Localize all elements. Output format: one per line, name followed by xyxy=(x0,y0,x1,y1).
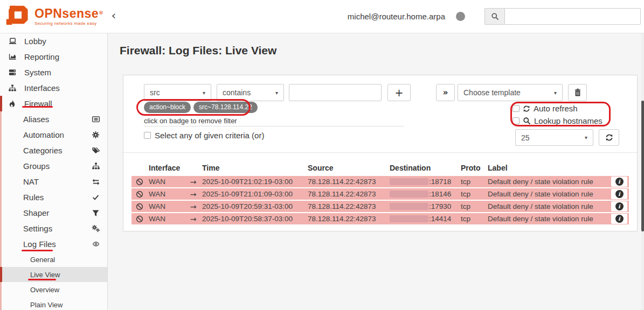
auto-refresh-checkbox[interactable] xyxy=(513,105,520,112)
chevron-down-icon: ▾ xyxy=(203,90,205,96)
sidebar-item-overview[interactable]: Overview xyxy=(0,282,107,297)
cell-label: Default deny / state violation rule xyxy=(487,190,607,198)
sidebar-item-interfaces[interactable]: Interfaces xyxy=(0,80,107,96)
auto-refresh-label: Auto refresh xyxy=(534,104,578,113)
log-row[interactable]: WAN → 2025-10-09T21:02:19-03:00 78.128.1… xyxy=(131,176,629,187)
check-icon xyxy=(92,193,100,201)
search-icon xyxy=(491,12,499,20)
lookup-hostnames-checkbox[interactable] xyxy=(513,117,520,124)
filter-badge-action-block[interactable]: action~block xyxy=(144,102,191,113)
delete-template-button[interactable] xyxy=(568,84,587,101)
cell-source[interactable]: 78.128.114.22:42873 xyxy=(307,215,389,223)
opnsense-logo-icon xyxy=(5,4,30,29)
rule-info-button[interactable]: i xyxy=(611,189,627,199)
cell-proto: tcp xyxy=(460,190,487,198)
filter-divider xyxy=(144,126,404,126)
filter-badge-src-ip[interactable]: src~78.128.114.22 xyxy=(193,102,258,113)
brand-tagline: Securing networks made easy xyxy=(34,22,104,26)
sidebar-item-settings[interactable]: Settings xyxy=(0,221,107,236)
page-size-value: 25 xyxy=(521,133,530,142)
chevron-down-icon: ▾ xyxy=(585,135,587,140)
refresh-button[interactable] xyxy=(599,129,619,146)
cell-source[interactable]: 78.128.114.22:42873 xyxy=(307,202,389,210)
cell-destination[interactable]: :18146 xyxy=(389,190,460,198)
exchange-icon xyxy=(92,178,100,186)
direction-out-icon: → xyxy=(185,202,201,211)
sidebar-item-aliases[interactable]: Aliases xyxy=(0,111,107,127)
cell-destination[interactable]: :18718 xyxy=(389,178,460,186)
cell-source[interactable]: 78.128.114.22:42873 xyxy=(307,178,389,186)
sidebar-item-rules[interactable]: Rules xyxy=(0,189,107,205)
sidebar-item-firewall[interactable]: Firewall xyxy=(0,96,107,111)
sidebar-item-plain-view[interactable]: Plain View xyxy=(0,297,107,310)
template-select-value: Choose template xyxy=(463,88,521,97)
sidebar-item-shaper[interactable]: Shaper xyxy=(0,205,107,221)
user-status-dot[interactable] xyxy=(456,12,465,21)
sidebar-item-label: Rules xyxy=(23,193,44,202)
log-row[interactable]: WAN → 2025-10-09T21:01:09-03:00 78.128.1… xyxy=(131,188,629,200)
scrollbar-thumb[interactable] xyxy=(641,101,644,231)
cell-label: Default deny / state violation rule xyxy=(487,215,607,223)
cell-proto: tcp xyxy=(460,202,487,210)
add-filter-button[interactable]: + xyxy=(387,84,411,101)
sidebar-item-general[interactable]: General xyxy=(0,252,107,267)
sidebar-nav: Lobby Reporting System Interfaces Firewa… xyxy=(0,33,108,310)
block-icon xyxy=(131,191,148,198)
filter-funnel-icon xyxy=(92,209,100,217)
opnsense-logo[interactable]: OPNsense® Securing networks made easy xyxy=(0,4,104,29)
sidebar-item-lobby[interactable]: Lobby xyxy=(0,33,107,49)
cell-destination-port: :18718 xyxy=(429,178,451,186)
col-header-label: Label xyxy=(487,164,607,172)
double-chevron-right-icon: » xyxy=(443,88,448,97)
rule-info-button[interactable]: i xyxy=(611,177,627,187)
filter-field-select[interactable]: src ▾ xyxy=(144,84,211,101)
cell-destination[interactable]: :17930 xyxy=(389,202,460,210)
sidebar-item-groups[interactable]: Groups xyxy=(0,158,107,174)
active-filter-badges: action~block src~78.128.114.22 xyxy=(144,102,258,113)
sidebar-item-label: Categories xyxy=(23,146,63,155)
sitemap-icon xyxy=(8,84,17,93)
sidebar-item-label: Overview xyxy=(30,286,59,294)
filter-value-input[interactable] xyxy=(289,84,382,101)
template-select[interactable]: Choose template ▾ xyxy=(458,84,563,101)
user-email[interactable]: michel@routeur.home.arpa xyxy=(348,12,445,21)
sidebar-item-label: Plain View xyxy=(30,301,63,309)
rule-info-button[interactable]: i xyxy=(611,214,627,224)
redacted-destination-ip xyxy=(390,191,428,198)
sidebar-item-label: General xyxy=(30,256,55,264)
or-criteria-checkbox[interactable] xyxy=(144,132,151,139)
area-chart-icon xyxy=(8,53,17,61)
plus-icon: + xyxy=(395,87,404,98)
page-size-select[interactable]: 25 ▾ xyxy=(515,129,593,146)
direction-out-icon: → xyxy=(185,190,201,199)
col-header-time: Time xyxy=(201,164,307,172)
sidebar-item-label: Log Files xyxy=(23,239,56,249)
sidebar-item-automation[interactable]: Automation xyxy=(0,127,107,143)
server-icon xyxy=(8,68,17,77)
filter-condition-select[interactable]: contains ▾ xyxy=(217,84,284,101)
col-header-destination: Destination xyxy=(389,164,460,172)
sidebar-item-label: Aliases xyxy=(23,115,49,124)
expand-templates-button[interactable]: » xyxy=(436,84,455,101)
sidebar-item-system[interactable]: System xyxy=(0,65,107,80)
rule-info-button[interactable]: i xyxy=(611,201,627,212)
log-row[interactable]: WAN → 2025-10-09T20:58:37-03:00 78.128.1… xyxy=(131,213,629,224)
sidebar-item-reporting[interactable]: Reporting xyxy=(0,49,107,65)
sidebar-item-nat[interactable]: NAT xyxy=(0,174,107,189)
block-icon xyxy=(131,178,148,186)
list-icon xyxy=(92,115,100,123)
cell-destination[interactable]: :14414 xyxy=(389,215,460,223)
sidebar-collapse-icon[interactable]: ‹ xyxy=(112,9,116,22)
search-input[interactable] xyxy=(504,8,641,25)
chevron-down-icon: ▾ xyxy=(554,90,557,96)
brand-registered-mark: ® xyxy=(99,10,104,15)
or-criteria-label: Select any of given criteria (or) xyxy=(155,131,264,140)
cell-source[interactable]: 78.128.114.22:42873 xyxy=(307,190,389,198)
sidebar-item-log-files[interactable]: Log Files xyxy=(0,236,107,252)
sidebar-item-label: Live View xyxy=(30,271,60,279)
sidebar-item-label: Reporting xyxy=(24,52,59,61)
sitemap-icon xyxy=(92,162,100,170)
filter-field-value: src xyxy=(150,88,160,97)
sidebar-item-categories[interactable]: Categories xyxy=(0,143,107,158)
log-row[interactable]: WAN → 2025-10-09T20:59:31-03:00 78.128.1… xyxy=(131,201,629,212)
